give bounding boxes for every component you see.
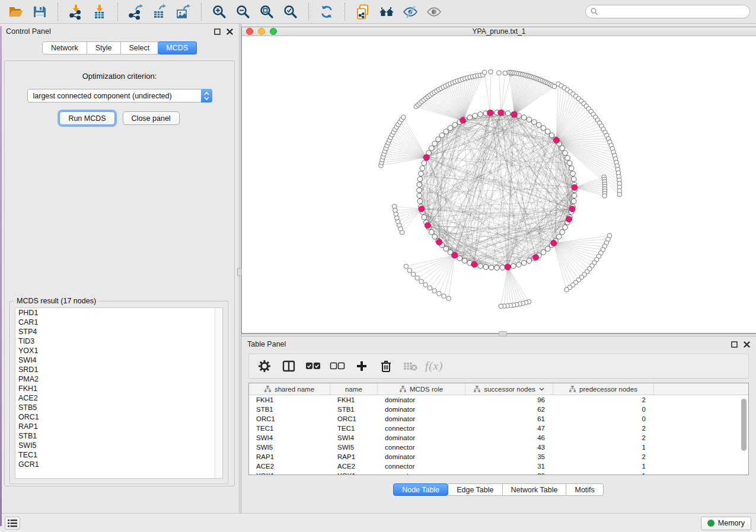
tab-node-table[interactable]: Node Table <box>393 483 448 496</box>
memory-button[interactable]: Memory <box>701 517 751 530</box>
table-row[interactable]: SWI5SWI5connector431 <box>249 443 748 452</box>
deselect-all-icon[interactable] <box>328 357 347 376</box>
table-row[interactable]: FKH1FKH1dominator962 <box>249 395 748 405</box>
mcds-result-item[interactable]: ACE2 <box>15 393 222 403</box>
table-row[interactable]: SWI4SWI4dominator462 <box>249 433 748 443</box>
mcds-result-item[interactable]: STB5 <box>15 403 222 412</box>
zoom-selected-icon[interactable] <box>280 2 301 21</box>
first-neighbors-icon[interactable] <box>377 2 397 21</box>
dropdown-stepper-icon <box>201 89 212 102</box>
table-row[interactable]: STB1STB1dominator620 <box>249 405 748 414</box>
column-header-mcds-role[interactable]: MCDS role <box>378 383 465 395</box>
tab-mcds[interactable]: MCDS <box>158 41 197 55</box>
scrollbar-thumb[interactable] <box>741 399 747 451</box>
network-canvas[interactable] <box>242 36 756 333</box>
status-bar: Memory <box>0 513 756 532</box>
table-cell: 35 <box>465 452 553 462</box>
run-mcds-button[interactable]: Run MCDS <box>59 111 114 125</box>
table-cell: SWI4 <box>330 433 378 443</box>
close-panel-button[interactable]: Close panel <box>123 111 180 125</box>
column-header-successor-nodes[interactable]: successor nodes <box>465 383 553 395</box>
table-row[interactable]: TEC1TEC1connector472 <box>249 424 748 433</box>
splitter-grip[interactable] <box>499 331 507 336</box>
mcds-result-item[interactable]: STP4 <box>15 327 222 336</box>
table-cell: 61 <box>465 414 553 424</box>
main-toolbar <box>0 0 756 24</box>
hide-selected-icon[interactable] <box>400 2 420 21</box>
new-network-from-selection-icon[interactable] <box>353 2 373 21</box>
table-scrollbar[interactable] <box>740 398 748 475</box>
task-history-button[interactable] <box>5 517 20 530</box>
table-cell: ACE2 <box>330 462 378 471</box>
close-panel-icon[interactable] <box>227 28 233 35</box>
table-cell: 2 <box>553 395 654 405</box>
show-columns-icon[interactable] <box>279 357 298 376</box>
mcds-result-item[interactable]: STB1 <box>15 431 222 441</box>
tab-edge-table[interactable]: Edge Table <box>448 483 502 496</box>
column-header-shared-name[interactable]: shared name <box>249 383 330 395</box>
mcds-result-item[interactable]: PMA2 <box>15 374 222 384</box>
search-input[interactable] <box>601 8 745 16</box>
mcds-result-item[interactable]: RAP1 <box>15 422 222 431</box>
table-cell: ORC1 <box>249 414 330 424</box>
tab-select[interactable]: Select <box>121 41 159 55</box>
export-network-icon[interactable] <box>126 2 146 21</box>
mcds-result-item[interactable]: TID3 <box>15 336 222 346</box>
table-cell: ORC1 <box>330 414 378 424</box>
table-settings-gear-icon[interactable] <box>255 357 274 376</box>
table-cell: RAP1 <box>330 452 378 462</box>
network-window: YPA_prune.txt_1 <box>241 27 756 334</box>
import-table-icon[interactable] <box>90 2 110 21</box>
table-row[interactable]: RAP1RAP1dominator352 <box>249 452 748 462</box>
close-panel-icon[interactable] <box>744 341 750 348</box>
sort-descending-icon <box>539 387 544 391</box>
float-panel-icon[interactable] <box>214 28 221 35</box>
mcds-list-scrollbar[interactable] <box>215 308 222 478</box>
function-builder-icon-disabled: f(x) <box>425 360 443 373</box>
import-network-icon[interactable] <box>66 2 86 21</box>
tab-network-table[interactable]: Network Table <box>503 483 567 496</box>
zoom-fit-icon[interactable] <box>257 2 277 21</box>
table-cell: SWI5 <box>330 443 378 452</box>
mcds-result-item[interactable]: FKH1 <box>15 384 222 393</box>
mcds-result-item[interactable]: GCR1 <box>15 460 222 469</box>
table-row[interactable]: ACE2ACE2connector311 <box>249 462 748 471</box>
select-all-icon[interactable] <box>304 357 323 376</box>
mcds-result-item[interactable]: YOX1 <box>15 346 222 355</box>
mcds-result-item[interactable]: CAR1 <box>15 318 222 327</box>
tab-network[interactable]: Network <box>42 41 87 55</box>
column-header-name[interactable]: name <box>330 383 378 395</box>
table-cell: connector <box>378 424 465 433</box>
table-cell: FKH1 <box>330 395 378 405</box>
table-row[interactable]: ORC1ORC1dominator610 <box>249 414 748 424</box>
table-row[interactable]: YOX1YOX1connector291 <box>249 471 748 475</box>
zoom-out-icon[interactable] <box>233 2 253 21</box>
add-column-icon[interactable] <box>352 357 371 376</box>
table-cell: SWI4 <box>249 433 330 443</box>
control-panel-tabs: Network Style Select MCDS <box>0 41 239 55</box>
save-session-icon[interactable] <box>30 2 50 21</box>
export-table-icon[interactable] <box>149 2 170 21</box>
table-cell: dominator <box>378 452 465 462</box>
mcds-result-item[interactable]: SWI4 <box>15 355 222 365</box>
mcds-result-item[interactable]: SWI5 <box>15 441 222 450</box>
optimization-criterion-dropdown[interactable]: largest connected component (undirected) <box>27 89 212 102</box>
mcds-result-item[interactable]: PHD1 <box>15 308 222 318</box>
zoom-in-icon[interactable] <box>209 2 229 21</box>
mcds-result-item[interactable]: SRD1 <box>15 365 222 374</box>
control-panel: Control Panel Network Style Select MCDS … <box>0 24 239 513</box>
search-icon <box>591 8 598 15</box>
delete-column-icon[interactable] <box>377 357 395 376</box>
show-all-icon[interactable] <box>424 2 444 21</box>
open-file-icon[interactable] <box>6 2 26 21</box>
tab-style[interactable]: Style <box>87 41 121 55</box>
column-header-predecessor-nodes[interactable]: predecessor nodes <box>553 383 654 395</box>
export-image-icon[interactable] <box>173 2 193 21</box>
mcds-result-item[interactable]: TEC1 <box>15 450 222 460</box>
search-box <box>585 5 750 18</box>
mcds-result-item[interactable]: ORC1 <box>15 412 222 422</box>
column-type-icon <box>264 386 271 392</box>
float-panel-icon[interactable] <box>731 341 738 348</box>
tab-motifs[interactable]: Motifs <box>566 483 603 496</box>
refresh-layout-icon[interactable] <box>317 2 337 21</box>
